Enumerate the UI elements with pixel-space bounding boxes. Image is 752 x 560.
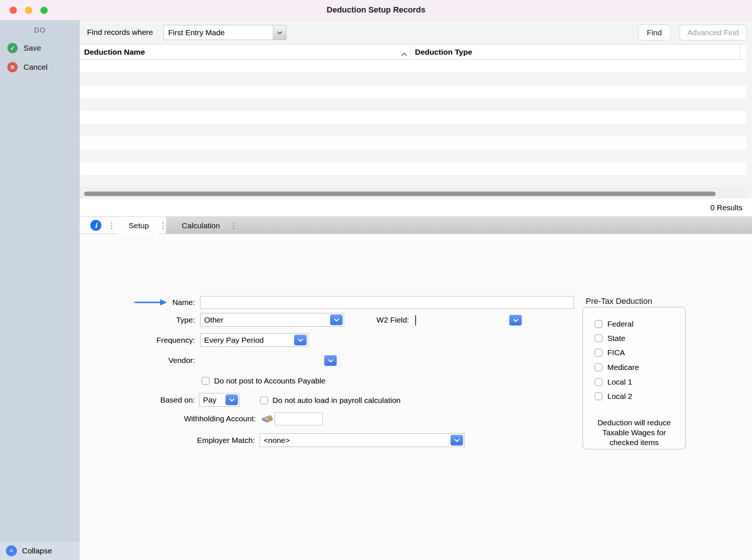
vendor-dropdown-button[interactable] bbox=[324, 355, 337, 366]
find-records-label: Find records where bbox=[87, 20, 153, 44]
collapse-icon: « bbox=[6, 545, 17, 556]
save-label: Save bbox=[24, 44, 41, 52]
collapse-label: Collapse bbox=[22, 546, 52, 555]
based-on-label: Based on: bbox=[116, 396, 195, 404]
sort-ascending-icon bbox=[401, 49, 407, 58]
fica-checkbox[interactable] bbox=[594, 349, 603, 357]
pretax-row-local2: Local 2 bbox=[594, 392, 632, 401]
find-field-value: First Entry Made bbox=[164, 28, 273, 37]
horizontal-scrollbar[interactable] bbox=[80, 188, 746, 199]
advanced-find-button[interactable]: Advanced Find bbox=[680, 25, 746, 40]
type-value: Other bbox=[200, 316, 224, 324]
text-caret bbox=[415, 315, 416, 326]
tab-handle-icon: ⋮ bbox=[229, 217, 238, 234]
name-label: Name: bbox=[116, 298, 195, 307]
employer-match-value: <none> bbox=[260, 436, 290, 445]
chevron-down-icon[interactable] bbox=[225, 394, 238, 405]
column-divider bbox=[411, 45, 411, 59]
close-button[interactable] bbox=[10, 7, 17, 14]
scrollbar-thumb[interactable] bbox=[84, 192, 716, 196]
results-table: Deduction Name Deduction Type bbox=[80, 44, 746, 199]
state-label: State bbox=[607, 334, 625, 343]
w2-dropdown-button[interactable] bbox=[509, 315, 522, 326]
find-button[interactable]: Find bbox=[638, 25, 670, 40]
pretax-row-federal: Federal bbox=[594, 320, 633, 328]
table-row bbox=[80, 149, 746, 162]
local1-checkbox[interactable] bbox=[594, 378, 603, 386]
table-row bbox=[80, 175, 746, 188]
ledger-icon[interactable] bbox=[261, 414, 274, 425]
medicare-checkbox[interactable] bbox=[594, 363, 603, 371]
table-row bbox=[80, 85, 746, 98]
column-header-deduction-type[interactable]: Deduction Type bbox=[415, 45, 472, 59]
tab-bar: i ⋮ Setup ⋮ Calculation ⋮ bbox=[80, 217, 752, 234]
do-not-post-ap-label: Do not post to Accounts Payable bbox=[214, 377, 326, 385]
local1-label: Local 1 bbox=[607, 378, 632, 386]
check-icon: ✓ bbox=[7, 43, 18, 53]
find-button-label: Find bbox=[647, 28, 662, 37]
sidebar-item-cancel[interactable]: ✕ Cancel bbox=[0, 59, 80, 75]
name-input[interactable] bbox=[200, 296, 574, 309]
table-row bbox=[80, 98, 746, 111]
find-bar: Find records where First Entry Made Find… bbox=[80, 20, 752, 44]
minimize-button[interactable] bbox=[25, 7, 32, 14]
find-field-dropdown[interactable]: First Entry Made bbox=[163, 25, 286, 40]
table-row bbox=[80, 72, 746, 85]
tab-handle-icon: ⋮ bbox=[108, 217, 116, 234]
chevron-down-icon[interactable] bbox=[451, 435, 463, 446]
column-divider-right bbox=[740, 45, 740, 59]
do-not-post-ap-checkbox[interactable] bbox=[202, 377, 210, 385]
tab-setup[interactable]: Setup bbox=[119, 217, 159, 234]
federal-checkbox[interactable] bbox=[594, 320, 603, 328]
column-header-deduction-name[interactable]: Deduction Name bbox=[84, 45, 145, 59]
frequency-label: Frequency: bbox=[102, 336, 195, 345]
tab-handle-icon: ⋮ bbox=[159, 217, 167, 234]
tab-calculation[interactable]: Calculation bbox=[171, 217, 230, 234]
window-title: Deduction Setup Records bbox=[327, 5, 426, 15]
do-not-autoload-checkbox[interactable] bbox=[260, 396, 268, 404]
pretax-row-fica: FICA bbox=[594, 348, 625, 357]
table-row bbox=[80, 124, 746, 137]
pretax-row-local1: Local 1 bbox=[594, 378, 632, 386]
traffic-lights bbox=[10, 7, 48, 14]
app-window: Deduction Setup Records DO ✓ Save ✕ Canc… bbox=[0, 0, 752, 560]
employer-match-dropdown[interactable]: <none> bbox=[260, 433, 464, 447]
vendor-label: Vendor: bbox=[116, 356, 195, 365]
local2-checkbox[interactable] bbox=[594, 392, 603, 400]
chevron-down-icon[interactable] bbox=[273, 25, 286, 40]
info-icon[interactable]: i bbox=[90, 220, 101, 231]
titlebar: Deduction Setup Records bbox=[0, 0, 752, 20]
withholding-account-label: Withholding Account: bbox=[153, 414, 256, 423]
pretax-row-state: State bbox=[594, 334, 625, 343]
results-table-zone: Deduction Name Deduction Type bbox=[80, 44, 752, 199]
sidebar-header: DO bbox=[0, 26, 80, 34]
table-body-empty bbox=[80, 59, 746, 188]
sidebar: DO ✓ Save ✕ Cancel « Collapse bbox=[0, 20, 80, 560]
x-icon: ✕ bbox=[7, 62, 18, 72]
pretax-deduction-title: Pre-Tax Deduction bbox=[586, 297, 652, 306]
chevron-down-icon[interactable] bbox=[294, 335, 307, 345]
w2-field-label: W2 Field: bbox=[337, 316, 409, 324]
pretax-row-medicare: Medicare bbox=[594, 363, 639, 372]
zoom-button[interactable] bbox=[40, 7, 48, 14]
cancel-label: Cancel bbox=[24, 63, 47, 72]
fica-label: FICA bbox=[607, 348, 625, 357]
based-on-value: Pay bbox=[199, 396, 216, 404]
table-header: Deduction Name Deduction Type bbox=[80, 45, 746, 59]
withholding-account-input[interactable] bbox=[275, 412, 323, 425]
collapse-button[interactable]: « Collapse bbox=[0, 541, 80, 560]
sidebar-item-save[interactable]: ✓ Save bbox=[0, 40, 80, 56]
advanced-find-button-label: Advanced Find bbox=[687, 28, 739, 37]
based-on-dropdown[interactable]: Pay bbox=[199, 393, 239, 407]
employer-match-label: Employer Match: bbox=[152, 436, 255, 445]
results-count: 0 Results bbox=[80, 199, 752, 217]
pretax-note: Deduction will reduce Taxable Wages for … bbox=[588, 418, 681, 447]
chevron-down-icon[interactable] bbox=[330, 314, 343, 325]
type-dropdown[interactable]: Other bbox=[200, 313, 344, 327]
main-area: Find records where First Entry Made Find… bbox=[80, 20, 752, 560]
table-row bbox=[80, 162, 746, 175]
state-checkbox[interactable] bbox=[594, 334, 603, 342]
pretax-deduction-panel: Federal State FICA Medicare Local 1 Loca… bbox=[582, 307, 686, 450]
frequency-dropdown[interactable]: Every Pay Period bbox=[200, 333, 308, 347]
table-row bbox=[80, 59, 746, 72]
